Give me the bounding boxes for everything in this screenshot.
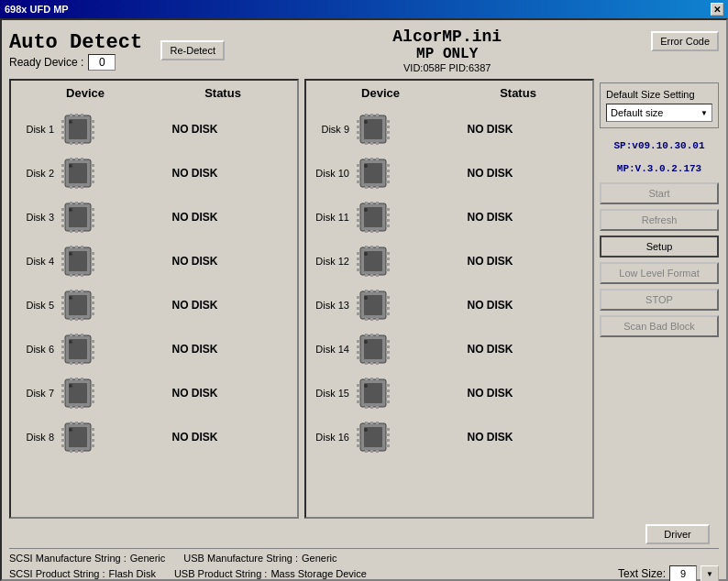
svg-rect-208 <box>357 307 360 310</box>
left-disk-list: Disk 1 NO DISK Disk 2 <box>17 109 292 457</box>
svg-rect-143 <box>386 126 390 128</box>
disk-status: NO DISK <box>98 123 292 136</box>
default-size-select[interactable]: Default size ▼ <box>606 104 712 122</box>
svg-rect-23 <box>91 164 94 167</box>
svg-rect-264 <box>386 444 390 447</box>
svg-rect-71 <box>61 301 65 304</box>
svg-rect-151 <box>376 142 379 145</box>
disk-status: NO DISK <box>393 387 587 400</box>
disk-label: Disk 7 <box>17 388 58 399</box>
svg-rect-100 <box>81 362 83 365</box>
svg-rect-249 <box>370 378 373 380</box>
svg-rect-20 <box>61 170 65 172</box>
svg-rect-182 <box>376 202 379 204</box>
mp-version: MP:V.3.0.2.173 <box>600 163 719 174</box>
svg-rect-167 <box>370 186 373 189</box>
usb-manufacture-value: Generic <box>302 553 337 564</box>
svg-rect-22 <box>61 181 65 183</box>
scan-bad-block-button[interactable]: Scan Bad Block <box>600 315 719 337</box>
usb-manufacture-label: USB Manufacture String : <box>183 553 298 564</box>
svg-rect-229 <box>386 351 390 354</box>
svg-rect-12 <box>81 114 83 116</box>
svg-rect-58 <box>91 258 94 260</box>
ready-device-value: 0 <box>88 54 116 71</box>
disk-icon <box>353 156 393 191</box>
setup-button[interactable]: Setup <box>600 236 719 258</box>
disk-label: Disk 16 <box>312 432 353 443</box>
svg-rect-141 <box>357 137 360 139</box>
right-panel-header: Device Status <box>312 86 587 104</box>
svg-rect-73 <box>61 312 65 315</box>
svg-rect-270 <box>376 450 379 453</box>
ready-device-label: Ready Device : <box>9 56 83 69</box>
svg-rect-110 <box>91 395 94 398</box>
svg-rect-209 <box>357 312 360 315</box>
svg-rect-47 <box>70 230 72 233</box>
svg-rect-75 <box>91 301 94 304</box>
driver-button[interactable]: Driver <box>645 524 710 544</box>
svg-rect-233 <box>376 334 379 336</box>
left-disk-panel: Device Status Disk 1 NO DISK Disk 2 <box>9 79 299 519</box>
svg-point-203 <box>364 252 368 256</box>
refresh-button[interactable]: Refresh <box>600 209 719 231</box>
text-size-dropdown[interactable]: ▼ <box>700 565 719 581</box>
low-level-format-button[interactable]: Low Level Format <box>600 262 719 284</box>
text-size-input[interactable]: 9 <box>669 565 697 581</box>
svg-rect-74 <box>91 296 94 299</box>
disk-icon <box>58 200 98 235</box>
svg-rect-183 <box>365 230 368 233</box>
svg-rect-266 <box>370 422 373 424</box>
svg-rect-190 <box>357 258 360 260</box>
svg-rect-116 <box>75 406 78 409</box>
svg-rect-117 <box>81 406 83 409</box>
disk-status: NO DISK <box>98 387 292 400</box>
svg-rect-9 <box>91 137 94 139</box>
svg-rect-38 <box>61 219 65 222</box>
svg-rect-65 <box>75 274 78 277</box>
disk-row-2: Disk 2 NO DISK <box>17 153 292 193</box>
svg-rect-134 <box>81 450 83 453</box>
disk-icon <box>58 420 98 455</box>
svg-rect-144 <box>386 131 390 134</box>
stop-button[interactable]: STOP <box>600 289 719 311</box>
svg-point-16 <box>69 120 72 124</box>
sp-version: SP:v09.10.30.01 <box>600 140 719 151</box>
action-panel: Default Size Setting Default size ▼ SP:v… <box>600 79 719 519</box>
re-detect-button[interactable]: Re-Detect <box>160 40 225 60</box>
svg-rect-128 <box>91 444 94 447</box>
disk-label: Disk 14 <box>312 344 353 355</box>
svg-rect-178 <box>386 219 390 222</box>
usb-manufacture-item: USB Manufacture String : Generic <box>183 553 336 564</box>
svg-point-33 <box>69 164 72 168</box>
right-disk-panel: Device Status Disk 9 NO DISK Disk 10 <box>304 79 594 519</box>
svg-rect-53 <box>61 252 65 255</box>
svg-rect-88 <box>61 345 65 348</box>
svg-rect-124 <box>61 444 65 447</box>
svg-rect-195 <box>386 263 390 266</box>
svg-rect-240 <box>357 384 360 387</box>
error-code-button[interactable]: Error Code <box>651 31 719 51</box>
disk-label: Disk 9 <box>312 124 353 135</box>
svg-rect-79 <box>75 290 78 292</box>
svg-rect-269 <box>370 450 373 453</box>
svg-rect-244 <box>386 384 390 387</box>
left-device-header: Device <box>17 86 154 100</box>
svg-rect-165 <box>376 158 379 160</box>
mp-only: MP ONLY <box>243 46 651 62</box>
svg-rect-148 <box>376 114 379 116</box>
svg-rect-8 <box>91 131 94 134</box>
svg-rect-226 <box>357 356 360 359</box>
svg-rect-80 <box>81 290 83 292</box>
start-button[interactable]: Start <box>600 182 719 204</box>
svg-rect-268 <box>365 450 368 453</box>
ready-device-row: Ready Device : 0 <box>9 54 160 71</box>
close-button[interactable]: ✕ <box>711 3 723 16</box>
title-bar: 698x UFD MP ✕ <box>0 0 728 18</box>
svg-point-67 <box>69 252 72 256</box>
bottom-bar: Driver <box>9 524 719 544</box>
disk-icon <box>58 288 98 323</box>
svg-rect-267 <box>376 422 379 424</box>
disk-label: Disk 10 <box>312 168 353 179</box>
svg-rect-260 <box>357 444 360 447</box>
svg-rect-248 <box>365 378 368 380</box>
